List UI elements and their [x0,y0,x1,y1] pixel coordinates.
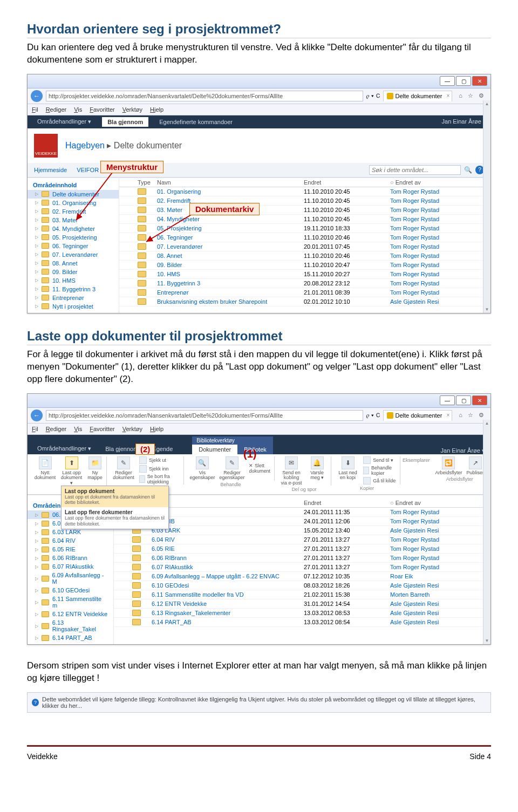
sidebar-item[interactable]: ▷6.04 RIV [28,536,113,545]
menu-fil[interactable]: Fil [32,106,38,113]
scrollbar[interactable] [483,420,490,644]
search-icon[interactable]: 🔍 [464,166,472,174]
menu-favoritter[interactable]: Favoritter [90,426,114,432]
btn-ny-mappe[interactable]: 📁Ny mappe [87,456,103,486]
tab-hjemmeside[interactable]: Hjemmeside [34,167,67,173]
menu-vis[interactable]: Vis [74,426,82,432]
menu-rediger[interactable]: Rediger [46,426,67,432]
dd-last-opp-flere[interactable]: Last opp flere dokumenter Last opp flere… [62,507,168,529]
user-menu[interactable]: Jan Einar Årøe ▾ [442,118,486,125]
col-navn[interactable]: Navn [157,179,304,186]
col-navn[interactable]: Navn [152,500,304,506]
window-close[interactable] [472,76,487,86]
table-row[interactable]: 08. Annet11.10.2010 20:46Tom Roger Rysta… [119,251,490,261]
sidebar-item[interactable]: ▷09. Bilder [28,268,119,276]
browser-tab[interactable]: Delte dokumenter × [383,91,453,101]
col-endret-av[interactable]: Endret av [390,179,487,186]
table-row[interactable]: 6.05 RIE27.01.2011 13:27Tom Roger Rystad [114,544,490,554]
sidebar-item[interactable]: ▷6.10 GEOdesi [28,586,113,595]
table-row[interactable]: 01. Organisering11.10.2010 20:45Tom Roge… [119,187,490,196]
omrade-tab[interactable]: Områdehandlinger ▾ [32,443,97,454]
btn-last-ned[interactable]: ⬇Last ned en kopi [337,456,359,485]
menu-verktøy[interactable]: Verktøy [122,106,142,113]
btn-varsle[interactable]: 🔔Varsle meg ▾ [306,456,327,486]
search-input[interactable] [369,165,461,175]
sidebar-item[interactable]: ▷07. Leverandører [28,250,119,259]
menu-hjelp[interactable]: Hjelp [150,426,163,432]
btn-rediger-dokument[interactable]: ✎Rediger dokument [112,456,135,485]
address-input[interactable] [46,410,363,421]
table-row[interactable]: 6.14 PART_AB13.03.2012 08:54Asle Gjøstei… [114,618,490,627]
sidebar-item[interactable]: ▷10. HMS [28,276,119,285]
back-button[interactable]: ← [31,90,43,102]
gear-icon[interactable]: ⚙ [479,412,484,419]
scrollbar[interactable] [483,100,490,313]
window-maximize[interactable] [456,76,471,86]
table-row[interactable]: Bruksanvisning ekstern bruker Sharepoint… [119,297,490,306]
tab-dokumenter[interactable]: Dokumenter [192,445,237,454]
table-row[interactable]: 6.04 RIV27.01.2011 13:27Tom Roger Rystad [114,535,490,544]
table-row[interactable]: 6.03 LARK15.05.2012 13:40Asle Gjøstein R… [114,526,490,535]
gear-icon[interactable]: ⚙ [479,92,484,99]
col-endret[interactable]: Endret [304,500,390,506]
col-endret-av[interactable]: Endret av [390,500,487,506]
table-row[interactable]: 6.12 ENTR Veidekke31.01.2012 14:54Asle G… [114,599,490,609]
back-button[interactable]: ← [31,410,43,421]
sidebar-item[interactable]: ▷6.06 RIBrann [28,554,113,562]
menu-vis[interactable]: Vis [74,106,82,113]
sidebar-item[interactable]: ▷05. Prosjektering [28,233,119,242]
dd-last-opp-dokument[interactable]: Last opp dokument Last opp et dokument f… [62,486,168,508]
table-row[interactable]: ARK24.01.2011 11:35Tom Roger Rystad [114,508,490,517]
table-row[interactable]: 6.11 Sammenstilte modeller fra VD21.02.2… [114,590,490,599]
btn-sjekk-ut[interactable]: Sjekk ut [139,456,180,464]
col-endret[interactable]: Endret [304,179,390,186]
btn-last-opp[interactable]: ⬆Last opp dokument ▾ [60,456,83,486]
btn-arbeidsflyter[interactable]: 🔁Arbeidsflyter [435,456,462,475]
table-row[interactable]: Entreprenør21.01.2011 08:39Tom Roger Rys… [119,288,490,297]
sidebar-item[interactable]: ▷06. Tegninger [28,242,119,250]
menu-hjelp[interactable]: Hjelp [150,106,163,113]
sidebar-item[interactable]: ▷6.13 Ringsaker_Takel [28,618,113,633]
btn-slett[interactable]: ✕ Slett dokument [249,463,271,474]
egend-tab[interactable]: Egendefinerte kommandoer [154,117,238,127]
btn-vis-egenskaper[interactable]: 🔍Vis egenskaper [189,456,215,481]
btn-ga-til-kilde[interactable]: Gå til kilde [363,477,397,485]
breadcrumb-site[interactable]: Hagebyen [65,141,105,150]
table-row[interactable]: 10. HMS15.11.2010 20:27Tom Roger Rystad [119,270,490,279]
btn-rediger-egenskaper[interactable]: ✎Rediger egenskaper [219,456,244,481]
close-tab-icon[interactable]: × [447,412,450,418]
btn-send-til[interactable]: Send til ▾ [363,456,397,464]
table-row[interactable]: 6.13 Ringsaker_Takelementer13.03.2012 08… [114,609,490,618]
omrade-tab[interactable]: Områdehandlinger ▾ [32,117,97,127]
table-row[interactable]: 6.02 RIB24.01.2011 12:06Tom Roger Rystad [114,517,490,526]
bla-tab[interactable]: Bla gjennom [102,117,148,127]
home-icon[interactable]: ⌂ [459,92,462,99]
btn-behandle-kopier[interactable]: Behandle kopier [363,465,397,476]
btn-send-kobling[interactable]: ✉Send en kobling via e-post [280,456,302,486]
table-row[interactable]: 6.06 RIBrann27.01.2011 13:27Tom Roger Ry… [114,554,490,563]
sidebar-item[interactable]: ▷Nytt i prosjektet [28,302,119,311]
menu-favoritter[interactable]: Favoritter [90,106,114,113]
sidebar-item[interactable]: ▷Entreprenør [28,294,119,302]
menu-verktøy[interactable]: Verktøy [122,426,142,432]
sidebar-item[interactable]: ▷6.05 RIE [28,545,113,554]
menu-fil[interactable]: Fil [32,426,38,432]
close-tab-icon[interactable]: × [447,93,450,99]
table-row[interactable]: 11. Byggetrinn 320.08.2012 23:12Tom Roge… [119,279,490,288]
btn-nytt-dokument[interactable]: 📄Nytt dokument [34,456,56,486]
sidebar-item[interactable]: ▷11. Byggetrinn 3 [28,285,119,294]
menu-rediger[interactable]: Rediger [46,106,67,113]
home-icon[interactable]: ⌂ [459,412,462,419]
btn-publiser[interactable]: ↗Publiser [467,456,485,475]
favorites-icon[interactable]: ☆ [468,92,473,99]
window-minimize[interactable] [440,76,455,86]
window-close[interactable] [472,395,487,405]
table-row[interactable]: 6.07 RIAkustikk27.01.2011 13:27Tom Roger… [114,563,490,572]
favorites-icon[interactable]: ☆ [468,412,473,419]
sidebar-item[interactable]: ▷6.09 Avfallsanlegg - M [28,571,113,586]
window-minimize[interactable] [440,395,455,405]
table-row[interactable]: 6.09 Avfallsanlegg – Mappe utgått - 6.22… [114,572,490,581]
table-row[interactable]: 09. Bilder11.10.2010 20:47Tom Roger Ryst… [119,261,490,270]
ie-addon-infobar[interactable]: ? Dette webområdet vil kjøre følgende ti… [27,692,491,713]
table-row[interactable]: 02. Fremdrift11.10.2010 20:45Tom Roger R… [119,196,490,206]
